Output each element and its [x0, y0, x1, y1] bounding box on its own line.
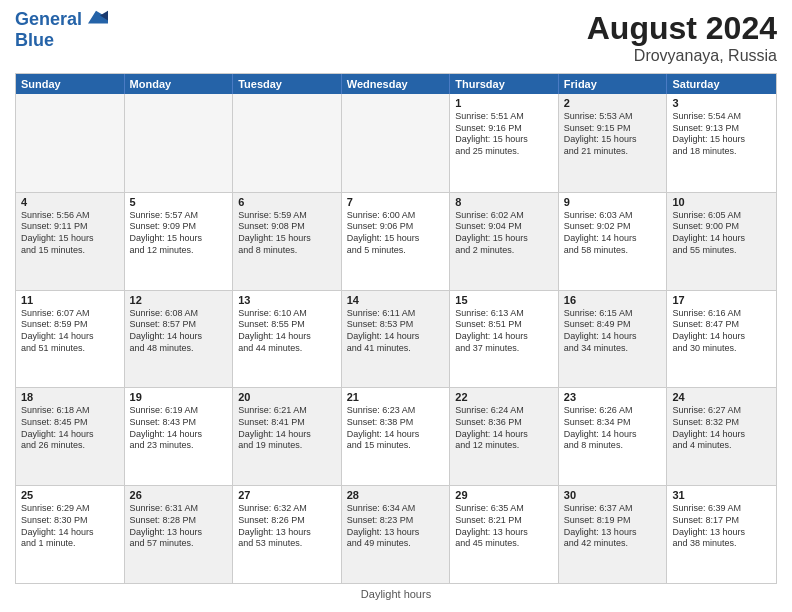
cell-line: Sunset: 9:02 PM	[564, 221, 662, 233]
cell-line: and 1 minute.	[21, 538, 119, 550]
cal-cell-3-2: 12Sunrise: 6:08 AMSunset: 8:57 PMDayligh…	[125, 291, 234, 388]
day-number: 23	[564, 391, 662, 403]
header: General Blue August 2024 Drovyanaya, Rus…	[15, 10, 777, 65]
cal-cell-2-3: 6Sunrise: 5:59 AMSunset: 9:08 PMDaylight…	[233, 193, 342, 290]
cell-line: Sunset: 8:43 PM	[130, 417, 228, 429]
cell-line: Daylight: 14 hours	[21, 331, 119, 343]
day-number: 1	[455, 97, 553, 109]
cell-line: Daylight: 13 hours	[238, 527, 336, 539]
weekday-header-friday: Friday	[559, 74, 668, 94]
cell-line: and 18 minutes.	[672, 146, 771, 158]
day-number: 6	[238, 196, 336, 208]
cal-cell-2-6: 9Sunrise: 6:03 AMSunset: 9:02 PMDaylight…	[559, 193, 668, 290]
day-number: 15	[455, 294, 553, 306]
cal-cell-1-2	[125, 94, 234, 192]
day-number: 13	[238, 294, 336, 306]
day-number: 11	[21, 294, 119, 306]
cal-cell-2-4: 7Sunrise: 6:00 AMSunset: 9:06 PMDaylight…	[342, 193, 451, 290]
cal-cell-3-3: 13Sunrise: 6:10 AMSunset: 8:55 PMDayligh…	[233, 291, 342, 388]
cell-line: Daylight: 14 hours	[347, 331, 445, 343]
weekday-header-saturday: Saturday	[667, 74, 776, 94]
cell-line: and 4 minutes.	[672, 440, 771, 452]
weekday-header-sunday: Sunday	[16, 74, 125, 94]
cell-line: Daylight: 14 hours	[564, 429, 662, 441]
cell-line: and 5 minutes.	[347, 245, 445, 257]
cell-line: and 2 minutes.	[455, 245, 553, 257]
logo-text: General	[15, 10, 82, 30]
cell-line: Sunrise: 6:18 AM	[21, 405, 119, 417]
cell-line: Sunset: 8:49 PM	[564, 319, 662, 331]
cell-line: Sunset: 8:28 PM	[130, 515, 228, 527]
day-number: 18	[21, 391, 119, 403]
cell-line: and 45 minutes.	[455, 538, 553, 550]
cell-line: Sunset: 8:57 PM	[130, 319, 228, 331]
cal-cell-5-7: 31Sunrise: 6:39 AMSunset: 8:17 PMDayligh…	[667, 486, 776, 583]
cell-line: Sunrise: 6:21 AM	[238, 405, 336, 417]
cell-line: Daylight: 14 hours	[238, 429, 336, 441]
location-title: Drovyanaya, Russia	[587, 47, 777, 65]
cell-line: Sunset: 8:34 PM	[564, 417, 662, 429]
cell-line: Sunrise: 6:16 AM	[672, 308, 771, 320]
cal-cell-4-4: 21Sunrise: 6:23 AMSunset: 8:38 PMDayligh…	[342, 388, 451, 485]
cell-line: and 44 minutes.	[238, 343, 336, 355]
cell-line: Daylight: 15 hours	[130, 233, 228, 245]
cell-line: and 26 minutes.	[21, 440, 119, 452]
title-block: August 2024 Drovyanaya, Russia	[587, 10, 777, 65]
cal-cell-1-7: 3Sunrise: 5:54 AMSunset: 9:13 PMDaylight…	[667, 94, 776, 192]
cell-line: Sunset: 8:36 PM	[455, 417, 553, 429]
cell-line: Sunrise: 6:34 AM	[347, 503, 445, 515]
cell-line: Daylight: 14 hours	[455, 331, 553, 343]
cell-line: Daylight: 14 hours	[672, 331, 771, 343]
cell-line: Sunset: 8:26 PM	[238, 515, 336, 527]
logo-blue: Blue	[15, 30, 108, 51]
cell-line: Daylight: 14 hours	[21, 429, 119, 441]
day-number: 21	[347, 391, 445, 403]
cell-line: and 55 minutes.	[672, 245, 771, 257]
cell-line: Sunset: 9:09 PM	[130, 221, 228, 233]
cell-line: Daylight: 14 hours	[455, 429, 553, 441]
cell-line: Sunrise: 6:32 AM	[238, 503, 336, 515]
cal-cell-2-1: 4Sunrise: 5:56 AMSunset: 9:11 PMDaylight…	[16, 193, 125, 290]
logo-icon	[84, 8, 108, 28]
cell-line: Sunrise: 5:53 AM	[564, 111, 662, 123]
day-number: 22	[455, 391, 553, 403]
cell-line: Sunset: 8:38 PM	[347, 417, 445, 429]
cell-line: and 57 minutes.	[130, 538, 228, 550]
cal-cell-5-3: 27Sunrise: 6:32 AMSunset: 8:26 PMDayligh…	[233, 486, 342, 583]
cell-line: Sunset: 8:55 PM	[238, 319, 336, 331]
cell-line: and 38 minutes.	[672, 538, 771, 550]
cell-line: Daylight: 13 hours	[130, 527, 228, 539]
cell-line: Sunrise: 6:23 AM	[347, 405, 445, 417]
weekday-header-tuesday: Tuesday	[233, 74, 342, 94]
cell-line: Sunset: 8:23 PM	[347, 515, 445, 527]
cell-line: and 48 minutes.	[130, 343, 228, 355]
cell-line: Daylight: 15 hours	[455, 233, 553, 245]
cell-line: Sunrise: 6:37 AM	[564, 503, 662, 515]
weekday-header-thursday: Thursday	[450, 74, 559, 94]
cell-line: Sunrise: 5:56 AM	[21, 210, 119, 222]
cell-line: Sunrise: 6:00 AM	[347, 210, 445, 222]
cal-cell-5-6: 30Sunrise: 6:37 AMSunset: 8:19 PMDayligh…	[559, 486, 668, 583]
cal-cell-1-6: 2Sunrise: 5:53 AMSunset: 9:15 PMDaylight…	[559, 94, 668, 192]
cal-cell-4-5: 22Sunrise: 6:24 AMSunset: 8:36 PMDayligh…	[450, 388, 559, 485]
cell-line: Daylight: 15 hours	[564, 134, 662, 146]
cell-line: Sunset: 9:04 PM	[455, 221, 553, 233]
cell-line: Daylight: 13 hours	[455, 527, 553, 539]
cell-line: Sunrise: 6:02 AM	[455, 210, 553, 222]
cal-cell-5-2: 26Sunrise: 6:31 AMSunset: 8:28 PMDayligh…	[125, 486, 234, 583]
cal-cell-4-3: 20Sunrise: 6:21 AMSunset: 8:41 PMDayligh…	[233, 388, 342, 485]
cell-line: and 15 minutes.	[347, 440, 445, 452]
day-number: 5	[130, 196, 228, 208]
cell-line: Sunrise: 6:19 AM	[130, 405, 228, 417]
calendar-row-4: 18Sunrise: 6:18 AMSunset: 8:45 PMDayligh…	[16, 387, 776, 485]
day-number: 2	[564, 97, 662, 109]
cell-line: and 42 minutes.	[564, 538, 662, 550]
cell-line: Daylight: 14 hours	[130, 429, 228, 441]
cell-line: and 23 minutes.	[130, 440, 228, 452]
cell-line: Sunset: 9:06 PM	[347, 221, 445, 233]
cell-line: Daylight: 13 hours	[347, 527, 445, 539]
cell-line: Daylight: 13 hours	[564, 527, 662, 539]
day-number: 10	[672, 196, 771, 208]
cell-line: Sunrise: 5:57 AM	[130, 210, 228, 222]
logo: General Blue	[15, 10, 108, 51]
